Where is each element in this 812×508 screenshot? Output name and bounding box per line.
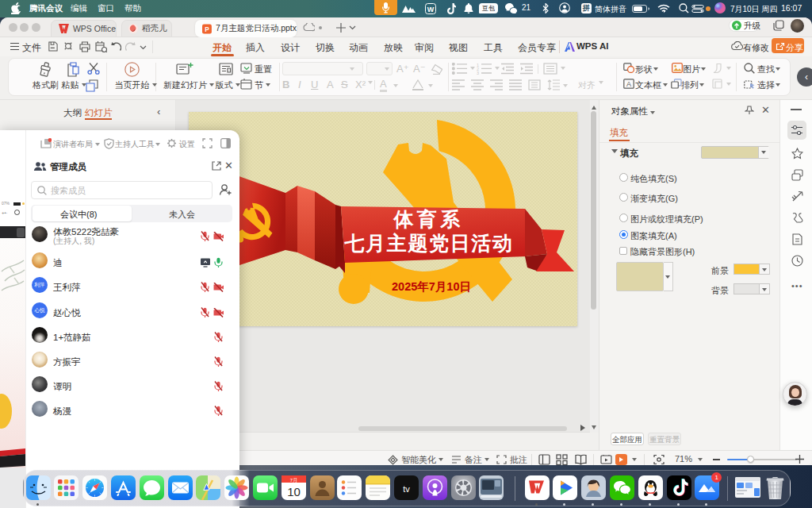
- svg-text:10: 10: [287, 485, 301, 498]
- svg-text:A: A: [626, 80, 631, 88]
- svg-text:体育系: 体育系: [393, 208, 464, 230]
- svg-text:W: W: [427, 6, 435, 13]
- svg-text:七月主题党日活动: 七月主题党日活动: [344, 232, 514, 254]
- svg-text:P: P: [205, 25, 209, 33]
- svg-text:2025年7月10日: 2025年7月10日: [392, 280, 471, 293]
- svg-text:3: 3: [477, 71, 479, 75]
- svg-text:7月: 7月: [290, 478, 297, 483]
- svg-text:tv: tv: [403, 484, 410, 494]
